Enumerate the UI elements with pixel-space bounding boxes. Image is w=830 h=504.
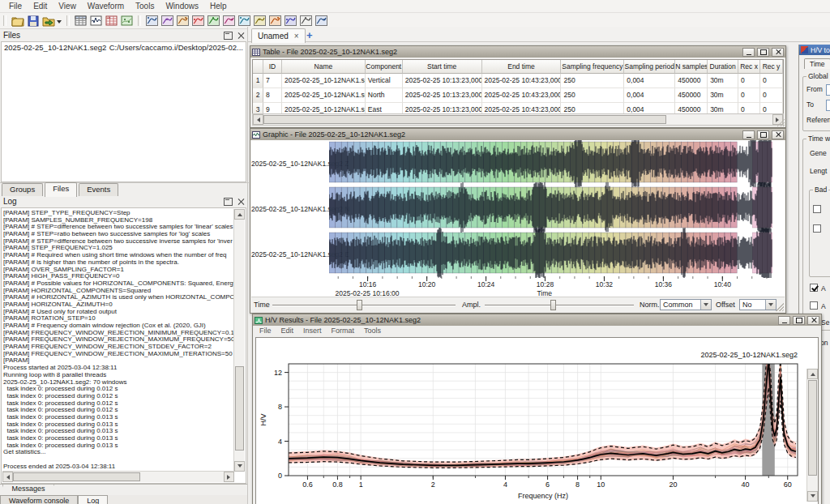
damping-tool-icon[interactable] <box>237 14 252 28</box>
anti-triggering-checkbox[interactable] <box>810 284 818 292</box>
log-horizontal-scrollbar[interactable] <box>2 471 234 482</box>
hv-plot[interactable]: 0.60.8124681020406004812Frequency (Hz)H/… <box>256 338 807 504</box>
hv-menu-insert[interactable]: Insert <box>298 327 327 336</box>
minimize-button[interactable] <box>778 316 790 325</box>
map-view-icon[interactable] <box>119 14 135 28</box>
anti-triggering-checkbox[interactable] <box>810 301 818 310</box>
hv-menu-file[interactable]: File <box>255 327 276 336</box>
hv-toolbox-titlebar[interactable]: H/V tool <box>799 45 830 55</box>
tab-unamed[interactable]: Unamed × <box>251 28 306 43</box>
rotate-tool-icon[interactable] <box>283 14 298 28</box>
tab-log[interactable]: Log <box>78 495 108 504</box>
time-zoom-slider[interactable] <box>272 305 456 306</box>
scrollbar-thumb[interactable] <box>13 472 140 481</box>
save-icon[interactable] <box>25 14 41 28</box>
column-header[interactable]: ID <box>263 60 282 74</box>
column-header[interactable]: Duration <box>708 60 738 74</box>
scroll-left-icon[interactable] <box>2 472 13 482</box>
toolbar-grip[interactable] <box>3 15 6 26</box>
mask-tool-icon[interactable] <box>267 14 283 28</box>
scroll-up-icon[interactable] <box>807 369 818 379</box>
maximize-button[interactable] <box>757 48 769 57</box>
graphic-view-icon[interactable] <box>88 14 104 28</box>
hv-vertical-scrollbar[interactable] <box>806 369 818 502</box>
column-header[interactable]: Sampling frequency <box>561 60 624 74</box>
column-header[interactable]: Component <box>366 60 403 74</box>
menu-tools[interactable]: Tools <box>130 1 160 11</box>
resize-grip[interactable] <box>777 118 785 126</box>
hv-menu-tools[interactable]: Tools <box>359 327 386 336</box>
column-header[interactable]: Rec x <box>738 60 760 74</box>
toolbar-grip[interactable] <box>66 15 70 26</box>
slider-thumb[interactable] <box>357 300 362 310</box>
refraction-tool-icon[interactable] <box>221 14 237 28</box>
file-list-item[interactable]: 2025-02-25_10-12NAK1.seg2 C:/Users/cacca… <box>2 42 246 53</box>
seismic-trace[interactable] <box>329 140 772 187</box>
scroll-down-icon[interactable] <box>234 461 245 472</box>
scroll-down-icon[interactable] <box>807 491 818 502</box>
column-header[interactable]: End time <box>482 60 562 74</box>
files-tab-groups[interactable]: Groups <box>2 183 43 196</box>
offset-select[interactable]: No <box>739 299 777 310</box>
amplitude-zoom-slider[interactable] <box>485 305 634 306</box>
tab-messages[interactable]: Messages <box>2 485 54 496</box>
scrollbar-thumb[interactable] <box>808 380 817 476</box>
table-view-icon[interactable] <box>73 14 88 28</box>
column-header[interactable]: Start time <box>403 60 482 74</box>
minimize-button[interactable] <box>742 130 755 139</box>
scroll-right-icon[interactable] <box>224 472 234 482</box>
length-label[interactable]: Lengt <box>810 167 827 175</box>
scrollbar-thumb[interactable] <box>235 366 244 451</box>
bad-sample-checkbox[interactable] <box>813 224 821 233</box>
float-panel-icon[interactable] <box>224 32 233 40</box>
map-tool-icon[interactable] <box>314 14 329 28</box>
minimize-button[interactable] <box>742 48 755 57</box>
close-button[interactable] <box>772 130 784 139</box>
array-tool-icon[interactable] <box>252 14 267 28</box>
maximize-button[interactable] <box>757 130 769 139</box>
tab-time[interactable]: Time <box>804 58 830 69</box>
scroll-left-icon[interactable] <box>253 114 263 125</box>
tab-waveform-console[interactable]: Waveform console <box>0 495 78 504</box>
open-file-icon[interactable] <box>10 14 25 28</box>
add-document-icon[interactable]: + <box>306 29 313 41</box>
float-panel-icon[interactable] <box>224 198 233 206</box>
files-tab-events[interactable]: Events <box>79 183 118 196</box>
menu-help[interactable]: Help <box>204 1 233 11</box>
chronogram-tool-icon[interactable] <box>175 14 190 28</box>
resize-grip[interactable] <box>776 303 784 311</box>
dock-divider[interactable] <box>247 27 248 504</box>
close-panel-icon[interactable] <box>237 32 244 39</box>
seismic-trace[interactable] <box>329 182 772 233</box>
close-button[interactable] <box>807 316 819 325</box>
close-panel-icon[interactable] <box>237 199 244 205</box>
log-vertical-scrollbar[interactable] <box>233 209 245 472</box>
column-header[interactable]: Rec y <box>760 60 783 74</box>
menu-edit[interactable]: Edit <box>28 1 53 11</box>
hv-tool-icon[interactable] <box>160 14 175 28</box>
column-header[interactable]: Sampling period <box>624 60 675 74</box>
scrollbar-thumb[interactable] <box>263 115 666 124</box>
hv-results-titlebar[interactable]: H/V Results - File 2025-02-25_10-12NAK1.… <box>253 314 821 326</box>
close-tab-icon[interactable]: × <box>294 32 299 41</box>
spac-tool-icon[interactable] <box>206 14 221 28</box>
toolbar-grip[interactable] <box>138 15 141 26</box>
normalization-select[interactable]: Common <box>660 299 712 310</box>
table-horizontal-scrollbar[interactable] <box>252 113 784 126</box>
waveform-plot-area[interactable]: 2025-02-25_10-12NAK1.seg2 Z2025-02-25_10… <box>251 140 785 297</box>
scroll-up-icon[interactable] <box>234 209 245 220</box>
maximize-button[interactable] <box>793 316 805 325</box>
import-dropdown-icon[interactable] <box>57 20 62 26</box>
slider-thumb[interactable] <box>550 300 556 310</box>
menu-windows[interactable]: Windows <box>160 1 204 11</box>
menu-waveform[interactable]: Waveform <box>82 1 130 11</box>
to-field[interactable] <box>826 100 830 111</box>
filter-tool-icon[interactable] <box>298 14 314 28</box>
hv-menu-edit[interactable]: Edit <box>276 327 299 336</box>
from-field[interactable] <box>826 84 830 96</box>
bad-sample-checkbox[interactable] <box>813 205 821 213</box>
seismic-trace[interactable] <box>329 228 772 278</box>
table-row[interactable]: 282025-02-25_10-12NAK1.seg2North2025-02-… <box>253 88 783 103</box>
general-label[interactable]: Gene <box>810 149 827 157</box>
import-signal-icon[interactable] <box>41 14 56 28</box>
